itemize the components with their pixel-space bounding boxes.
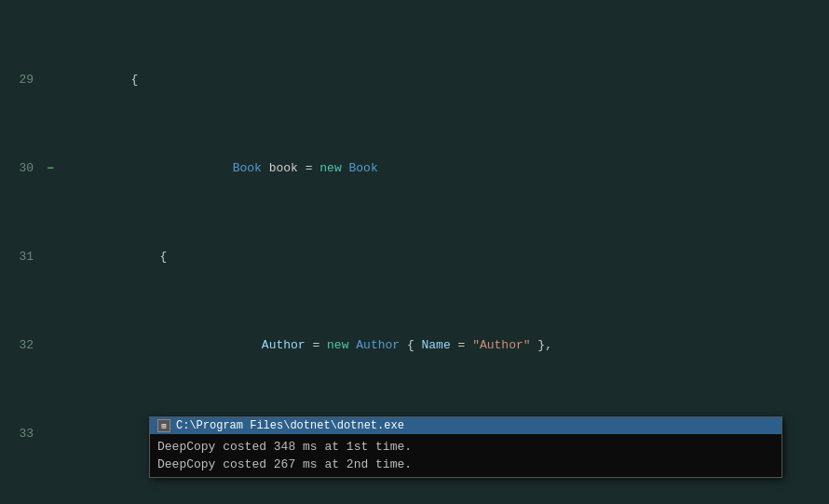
gutter-30: − — [43, 163, 58, 174]
line-number: 30 — [7, 159, 43, 177]
editor-container: 29 { 30 − Book book = new Book — [0, 0, 829, 504]
console-content: DeepCopy costed 348 ms at 1st time. Deep… — [150, 434, 781, 477]
line-content-32: Author = new Author { Name = "Author" }, — [73, 319, 552, 372]
line-number: 29 — [7, 71, 43, 89]
code-line-29: 29 { — [7, 71, 829, 89]
console-titlebar: ⊞ C:\Program Files\dotnet\dotnet.exe — [150, 417, 781, 434]
console-line-1: DeepCopy costed 348 ms at 1st time. — [157, 438, 774, 456]
track-33 — [58, 425, 65, 443]
line-content-29: { — [73, 71, 138, 89]
line-number: 32 — [7, 336, 43, 354]
track-30 — [58, 159, 65, 177]
code-area[interactable]: 29 { 30 − Book book = new Book — [0, 0, 829, 504]
track-32 — [58, 336, 65, 354]
track-29 — [58, 71, 65, 89]
console-popup[interactable]: ⊞ C:\Program Files\dotnet\dotnet.exe Dee… — [149, 416, 782, 478]
console-app-icon: ⊞ — [157, 419, 170, 432]
console-title: C:\Program Files\dotnet\dotnet.exe — [176, 419, 404, 432]
line-content-31: { — [73, 248, 167, 266]
line-content-30: Book book = new Book — [73, 142, 378, 195]
line-number: 33 — [7, 425, 43, 443]
code-line-31: 31 { — [7, 248, 829, 266]
line-content-34: Tags = new List<string> { "dotnet-core",… — [73, 496, 604, 504]
console-line-2: DeepCopy costed 267 ms at 2nd time. — [157, 456, 774, 473]
code-line-32: 32 Author = new Author { Name = "Author"… — [7, 336, 829, 354]
code-line-30: 30 − Book book = new Book — [7, 159, 829, 177]
track-31 — [58, 248, 65, 266]
line-number: 31 — [7, 248, 43, 266]
